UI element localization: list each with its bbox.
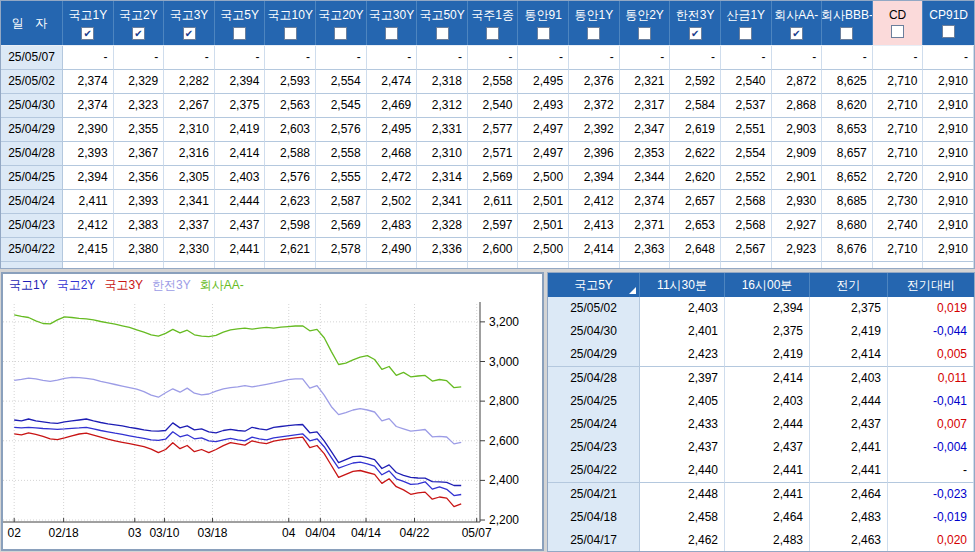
value-cell[interactable]: 2,336 (417, 238, 468, 262)
value-cell[interactable]: 8,685 (822, 190, 873, 214)
value-cell[interactable]: 2,376 (569, 70, 620, 94)
column-checkbox[interactable] (385, 27, 398, 40)
value-cell[interactable]: 2,375 (725, 320, 810, 344)
value-cell[interactable]: 2,383 (114, 214, 165, 238)
value-cell[interactable]: 2,321 (620, 70, 671, 94)
value-cell[interactable]: 2,423 (640, 343, 725, 367)
value-cell[interactable]: 2,394 (215, 70, 266, 94)
change-cell[interactable]: -0,004 (888, 436, 974, 460)
value-cell[interactable]: - (873, 46, 924, 70)
value-cell[interactable]: 2,558 (316, 142, 367, 166)
value-cell[interactable]: 2,401 (640, 320, 725, 344)
quote-header-col[interactable]: 전기 (810, 273, 888, 297)
change-cell[interactable]: 0,011 (888, 367, 974, 391)
value-cell[interactable]: - (114, 46, 165, 70)
value-cell[interactable]: 2,437 (640, 436, 725, 460)
value-cell[interactable]: 2,584 (670, 94, 721, 118)
value-cell[interactable]: 2,576 (265, 166, 316, 190)
column-checkbox[interactable] (284, 27, 297, 40)
value-cell[interactable]: 2,540 (468, 94, 519, 118)
column-checkbox[interactable] (942, 25, 955, 38)
column-header[interactable]: 국고5Y (215, 1, 266, 45)
value-cell[interactable]: - (316, 46, 367, 70)
value-cell[interactable]: 2,500 (518, 166, 569, 190)
value-cell[interactable]: 2,414 (725, 367, 810, 391)
value-cell[interactable]: 2,374 (63, 70, 114, 94)
value-cell[interactable]: 2,551 (721, 118, 772, 142)
value-cell[interactable]: 2,403 (215, 166, 266, 190)
date-cell[interactable]: 25/04/30 (548, 320, 640, 344)
value-cell[interactable]: 2,371 (620, 214, 671, 238)
column-header[interactable]: 회사BBB- (822, 1, 873, 45)
value-cell[interactable]: 2,356 (114, 166, 165, 190)
column-checkbox[interactable]: ✔ (132, 27, 145, 40)
value-cell[interactable]: 2,441 (810, 459, 888, 483)
column-header[interactable]: 국고20Y (316, 1, 367, 45)
value-cell[interactable]: - (670, 46, 721, 70)
value-cell[interactable]: 2,405 (640, 390, 725, 414)
value-cell[interactable]: 2,414 (810, 343, 888, 367)
value-cell[interactable]: 8,625 (822, 70, 873, 94)
value-cell[interactable]: 2,537 (721, 94, 772, 118)
date-cell[interactable]: 25/04/24 (1, 190, 63, 214)
value-cell[interactable]: 8,676 (822, 238, 873, 262)
date-cell[interactable]: 25/04/25 (1, 166, 63, 190)
value-cell[interactable]: 2,397 (640, 367, 725, 391)
value-cell[interactable]: 2,414 (215, 142, 266, 166)
value-cell[interactable]: 2,444 (725, 413, 810, 437)
value-cell[interactable]: 2,501 (518, 214, 569, 238)
value-cell[interactable]: 2,588 (265, 142, 316, 166)
date-cell[interactable]: 25/04/29 (548, 343, 640, 367)
value-cell[interactable]: 2,622 (670, 142, 721, 166)
value-cell[interactable]: 2,554 (316, 70, 367, 94)
column-checkbox[interactable] (233, 27, 246, 40)
column-header[interactable]: CP91D (923, 1, 974, 45)
value-cell[interactable]: 2,393 (63, 142, 114, 166)
value-cell[interactable]: - (468, 46, 519, 70)
change-cell[interactable]: 0,020 (888, 529, 974, 552)
value-cell[interactable]: 2,367 (114, 142, 165, 166)
value-cell[interactable]: 2,910 (923, 142, 974, 166)
change-cell[interactable]: - (888, 459, 974, 483)
value-cell[interactable]: 2,720 (873, 166, 924, 190)
column-checkbox[interactable] (537, 27, 550, 40)
value-cell[interactable]: 2,620 (670, 166, 721, 190)
value-cell[interactable]: 2,648 (670, 238, 721, 262)
value-cell[interactable]: 2,441 (725, 459, 810, 483)
value-cell[interactable]: 2,437 (810, 413, 888, 437)
value-cell[interactable]: 2,563 (265, 94, 316, 118)
value-cell[interactable]: 2,567 (721, 238, 772, 262)
value-cell[interactable]: 2,412 (569, 190, 620, 214)
value-cell[interactable]: 2,910 (923, 166, 974, 190)
value-cell[interactable]: 2,411 (63, 190, 114, 214)
value-cell[interactable]: 2,568 (721, 190, 772, 214)
value-cell[interactable]: 2,282 (164, 70, 215, 94)
value-cell[interactable]: 2,493 (518, 94, 569, 118)
value-cell[interactable]: 2,440 (640, 459, 725, 483)
column-header[interactable]: 국고10Y (265, 1, 316, 45)
value-cell[interactable]: 2,578 (316, 238, 367, 262)
value-cell[interactable]: 2,545 (316, 94, 367, 118)
date-cell[interactable]: 25/04/23 (1, 214, 63, 238)
value-cell[interactable]: 2,464 (810, 483, 888, 507)
value-cell[interactable]: 2,483 (367, 214, 418, 238)
value-cell[interactable]: 2,433 (640, 413, 725, 437)
value-cell[interactable]: 2,621 (265, 238, 316, 262)
value-cell[interactable]: 2,910 (923, 214, 974, 238)
date-cell[interactable]: 25/04/23 (548, 436, 640, 460)
value-cell[interactable]: 2,587 (316, 190, 367, 214)
value-cell[interactable]: 2,372 (569, 94, 620, 118)
value-cell[interactable]: - (772, 46, 823, 70)
column-checkbox[interactable] (638, 27, 651, 40)
value-cell[interactable]: 2,458 (640, 506, 725, 530)
value-cell[interactable]: 2,910 (923, 94, 974, 118)
quote-header-col[interactable]: 전기대비 (888, 273, 974, 297)
value-cell[interactable]: 2,394 (725, 297, 810, 321)
value-cell[interactable]: 8,680 (822, 214, 873, 238)
value-cell[interactable]: 2,619 (670, 118, 721, 142)
value-cell[interactable]: 2,568 (721, 214, 772, 238)
column-header[interactable]: 산금1Y (721, 1, 772, 45)
column-checkbox[interactable] (891, 25, 904, 38)
value-cell[interactable]: 2,419 (215, 118, 266, 142)
value-cell[interactable]: 2,331 (417, 118, 468, 142)
